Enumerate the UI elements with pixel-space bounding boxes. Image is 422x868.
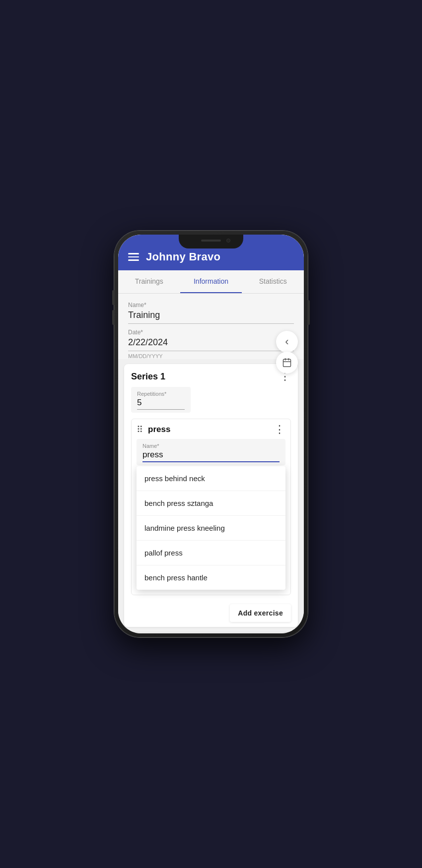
tab-trainings[interactable]: Trainings [118,270,180,293]
reps-label: Repetitions* [137,391,185,397]
series-title: Series 1 [131,372,165,382]
add-series-bar: Add series [118,632,304,633]
scroll-content: Name* Training Date* 2/22/2024 ‹ [118,294,304,633]
reps-value[interactable]: 5 [137,398,185,410]
name-label: Name* [128,302,294,309]
exercise-item: ⠿ press ⋮ Name* press behind nec [131,419,291,595]
autocomplete-item[interactable]: bench press hantle [137,565,285,590]
svg-rect-0 [283,359,291,367]
exercise-name-input[interactable] [142,450,280,462]
autocomplete-dropdown: press behind neck bench press sztanga la… [137,466,285,590]
back-button[interactable]: ‹ [276,331,298,353]
tab-information[interactable]: Information [180,270,242,293]
autocomplete-item[interactable]: pallof press [137,541,285,565]
menu-icon[interactable] [128,253,139,261]
date-label: Date* [128,329,294,336]
exercise-left: ⠿ press [137,425,170,434]
exercise-header: ⠿ press ⋮ [137,424,285,435]
date-field-group: Date* 2/22/2024 ‹ [128,329,294,351]
name-field-group: Name* Training [128,302,294,324]
calendar-button[interactable] [276,352,298,373]
add-exercise-container: Add exercise [131,600,291,627]
name-input[interactable]: Training [128,310,294,324]
autocomplete-item[interactable]: bench press sztanga [137,491,285,516]
tab-statistics[interactable]: Statistics [242,270,304,293]
date-hint: MM/DD/YYYY [128,353,294,359]
add-exercise-button[interactable]: Add exercise [230,604,291,622]
series-card: Series 1 ⋮ Repetitions* 5 ⠿ press [124,364,298,627]
date-input[interactable]: 2/22/2024 [128,337,294,351]
calendar-icon [282,358,292,368]
exercise-menu-button[interactable]: ⋮ [274,424,285,435]
autocomplete-item[interactable]: press behind neck [137,466,285,491]
exercise-name-field: Name* [137,439,285,465]
back-arrow-icon: ‹ [285,335,288,348]
drag-handle-icon[interactable]: ⠿ [137,425,143,434]
autocomplete-item[interactable]: landmine press kneeling [137,516,285,541]
app-title: Johnny Bravo [146,250,220,263]
series-header: Series 1 ⋮ [131,371,291,382]
exercise-name-label: Name* [142,443,280,449]
exercise-name-display: press [148,425,170,434]
form-section: Name* Training Date* 2/22/2024 ‹ [118,294,304,359]
repetitions-field[interactable]: Repetitions* 5 [131,387,191,413]
tabs-bar: Trainings Information Statistics [118,270,304,294]
